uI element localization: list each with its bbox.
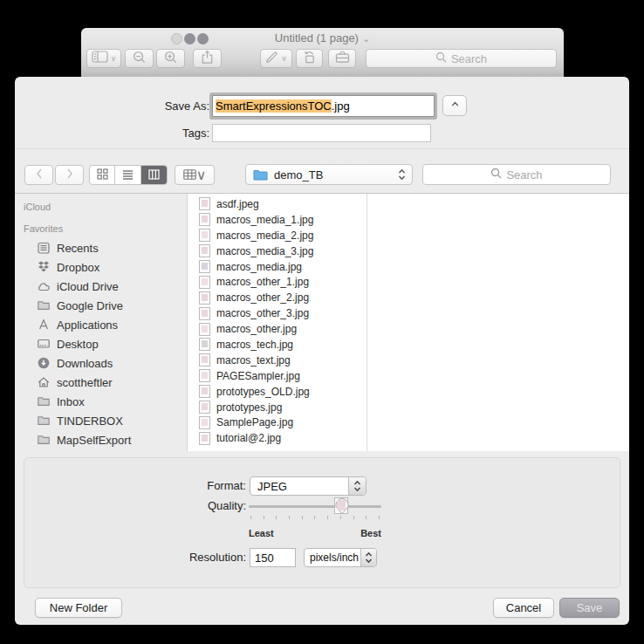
sidebar-toggle-button[interactable]: ∨ [86,49,121,68]
file-row[interactable]: macros_tech.jpg [188,337,367,353]
resolution-input[interactable] [250,548,296,567]
file-thumbnail-icon [199,432,210,445]
file-row[interactable]: macros_text.jpg [188,353,367,368]
sidebar-item-scottheftler[interactable]: scottheftler [15,373,187,392]
file-row[interactable]: PAGESampler.jpg [188,368,367,384]
dialog-search-field[interactable]: Search [422,164,611,185]
file-row[interactable]: macros_media.jpg [188,259,367,275]
file-thumbnail-icon [199,323,210,336]
file-thumbnail-icon [199,244,210,257]
quality-slider[interactable] [249,497,381,516]
file-row[interactable]: macros_other.jpg [188,321,367,337]
sidebar-item-label: TINDERBOX [57,414,123,428]
file-row[interactable]: prototypes_OLD.jpg [188,384,367,400]
format-popup[interactable]: JPEG [250,476,367,496]
file-browser-toolbar: ∨ demo_TB Search [15,148,629,194]
cancel-button[interactable]: Cancel [493,598,554,618]
list-view-button[interactable] [115,166,140,184]
resolution-unit-popup[interactable]: pixels/inch [304,548,377,567]
forward-button[interactable] [55,165,84,185]
zoom-out-button[interactable] [125,49,154,68]
sidebar-item-recents[interactable]: Recents [15,238,187,257]
search-placeholder: Search [451,52,487,65]
back-button[interactable] [24,165,53,185]
arrange-icon [183,168,196,183]
sidebar-item-tinderbox[interactable]: TINDERBOX [15,411,187,430]
file-thumbnail-icon [199,197,210,210]
sidebar-item-applications[interactable]: Applications [15,315,187,334]
file-browser: iCloudFavoritesRecentsDropboxiCloud Driv… [15,194,629,451]
file-row[interactable]: macros_media_2.jpg [188,228,367,243]
chevron-down-icon: ∨ [196,167,207,183]
file-name: asdf.jpeg [216,198,259,210]
icloud-drive-icon [36,279,51,293]
rotate-icon [302,51,317,67]
file-row[interactable]: macros_media_3.jpg [188,243,367,259]
popup-stepper-icon [398,168,406,181]
recents-icon [36,241,51,255]
sidebar: iCloudFavoritesRecentsDropboxiCloud Driv… [15,194,188,451]
tags-label: Tags: [15,124,209,142]
rotate-button[interactable] [296,49,323,68]
file-name: macros_other_3.jpg [216,307,309,319]
arrange-button[interactable]: ∨ [175,165,215,185]
file-thumbnail-icon [199,369,210,382]
markup-pen-icon [265,51,278,67]
location-popup[interactable]: demo_TB [245,164,413,185]
downloads-icon [36,356,51,370]
column-view-button[interactable] [141,166,167,184]
blue-folder-icon [253,168,268,181]
applications-icon [36,318,51,332]
zoom-in-icon [163,50,178,68]
file-row[interactable]: SamplePage.jpg [188,414,367,430]
grid-view-icon [97,168,108,183]
location-label: demo_TB [274,168,398,182]
markup-pen-button[interactable]: ∨ [260,49,292,68]
slider-thumb[interactable] [334,497,348,514]
zoom-in-button[interactable] [156,49,185,68]
new-folder-button[interactable]: New Folder [35,598,122,618]
sidebar-item-dropbox[interactable]: Dropbox [15,257,187,277]
sidebar-item-label: Applications [57,319,118,332]
save-dialog: Save As: SmartExpressionsTOC.jpg Tags: [15,77,629,625]
window-search-field[interactable]: Search [366,49,557,68]
file-row[interactable]: macros_media_1.jpg [188,212,367,228]
sidebar-item-label: Recents [57,242,99,255]
file-row[interactable]: macros_other_1.jpg [188,274,367,290]
window-title: Untitled (1 page)⌄ [81,31,564,47]
file-name: macros_other_1.jpg [216,276,309,288]
title-chevron-icon: ⌄ [362,33,370,44]
filename-input[interactable]: SmartExpressionsTOC.jpg [212,95,435,117]
file-row[interactable]: macros_other_2.jpg [188,290,367,305]
file-name: tutorial@2.jpg [216,432,281,444]
sidebar-item-inbox[interactable]: Inbox [15,392,187,411]
sidebar-item-icloud-drive[interactable]: iCloud Drive [15,277,187,296]
save-button[interactable]: Save [559,598,620,618]
file-name: macros_media.jpg [216,261,302,273]
markup-toolbox-button[interactable] [328,49,356,68]
sidebar-item-label: Desktop [57,338,99,351]
format-value: JPEG [250,480,348,493]
search-placeholder: Search [506,168,542,182]
tags-input[interactable] [212,124,431,142]
tick-mark [379,516,380,519]
home-icon [36,375,51,389]
file-row[interactable]: tutorial@2.jpg [188,430,367,446]
slider-track [249,505,381,508]
preview-window: Untitled (1 page)⌄ ∨ ∨ Search [81,28,564,78]
file-row[interactable]: asdf.jpeg [188,196,367,212]
share-button[interactable] [193,49,222,68]
icon-view-button[interactable] [90,166,115,184]
file-row[interactable]: prototypes.jpg [188,400,367,415]
collapse-dialog-button[interactable] [442,95,467,116]
filename-extension: .jpg [332,99,350,113]
sidebar-item-google-drive[interactable]: Google Drive [15,296,187,315]
folder-icon [36,433,51,447]
chevron-right-icon [65,168,74,183]
sidebar-item-mapselfexport[interactable]: MapSelfExport [15,430,187,449]
file-thumbnail-icon [199,416,210,429]
file-row[interactable]: macros_other_3.jpg [188,305,367,321]
sidebar-item-downloads[interactable]: Downloads [15,353,187,373]
sidebar-item-desktop[interactable]: Desktop [15,334,187,353]
tick-mark [250,516,251,519]
